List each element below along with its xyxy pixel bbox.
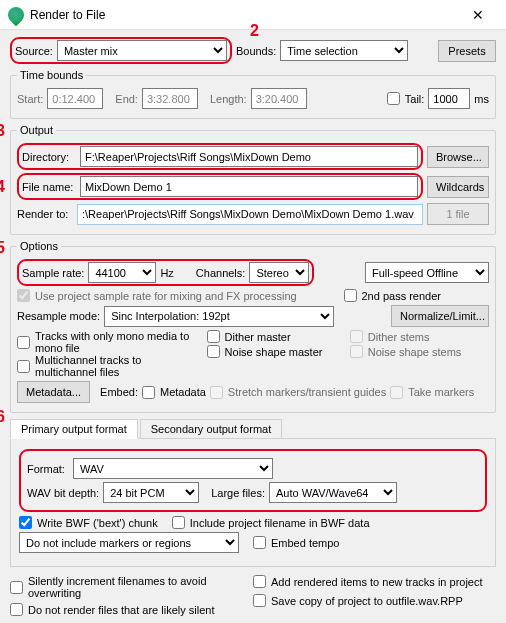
length-label: Length: (210, 93, 247, 105)
onefile-button: 1 file (427, 203, 489, 225)
tail-label: Tail: (405, 93, 425, 105)
bitdepth-select[interactable]: 24 bit PCM (103, 482, 199, 503)
writebwf-label: Write BWF ('bext') chunk (37, 517, 158, 529)
addtracks-checkbox[interactable] (253, 575, 266, 588)
format-select[interactable]: WAV (73, 458, 273, 479)
end-label: End: (115, 93, 138, 105)
nosilent-checkbox[interactable] (10, 603, 23, 616)
browse-button[interactable]: Browse... (427, 146, 489, 168)
monotracks-checkbox[interactable] (17, 336, 30, 349)
window-title: Render to File (30, 8, 458, 22)
options-legend: Options (17, 240, 61, 252)
secondpass-label: 2nd pass render (362, 290, 442, 302)
ditherstems-checkbox (350, 330, 363, 343)
embed-stretch-label: Stretch markers/transient guides (228, 386, 386, 398)
renderto-label: Render to: (17, 208, 73, 220)
output-legend: Output (17, 124, 56, 136)
writebwf-checkbox[interactable] (19, 516, 32, 529)
directory-input[interactable] (80, 146, 418, 167)
filename-label: File name: (22, 181, 76, 193)
largefiles-select[interactable]: Auto WAV/Wave64 (269, 482, 397, 503)
embed-metadata-checkbox[interactable] (142, 386, 155, 399)
embedtempo-checkbox[interactable] (253, 536, 266, 549)
annotation-3: 3 (0, 122, 5, 140)
app-icon (5, 3, 28, 26)
tail-unit: ms (474, 93, 489, 105)
normalize-button[interactable]: Normalize/Limit... (391, 305, 489, 327)
channels-label: Channels: (196, 267, 246, 279)
embed-take-checkbox (390, 386, 403, 399)
samplerate-select[interactable]: 44100 (88, 262, 156, 283)
annotation-5: 5 (0, 239, 5, 257)
noisemaster-label: Noise shape master (225, 346, 323, 358)
wildcards-button[interactable]: Wildcards (427, 176, 489, 198)
noisestems-checkbox (350, 345, 363, 358)
largefiles-label: Large files: (211, 487, 265, 499)
start-label: Start: (17, 93, 43, 105)
addtracks-label: Add rendered items to new tracks in proj… (271, 576, 483, 588)
length-input (251, 88, 307, 109)
renderto-field: :\Reaper\Projects\Riff Songs\MixDown Dem… (77, 204, 423, 225)
hz-label: Hz (160, 267, 173, 279)
tail-input[interactable] (428, 88, 470, 109)
embed-label: Embed: (100, 386, 138, 398)
nosilent-label: Do not render files that are likely sile… (28, 604, 214, 616)
close-icon[interactable]: ✕ (458, 0, 498, 30)
multichan-checkbox[interactable] (17, 360, 30, 373)
bounds-select[interactable]: Time selection (280, 40, 408, 61)
presets-button[interactable]: Presets (438, 40, 496, 62)
multichan-label: Multichannel tracks to multichannel file… (35, 354, 203, 378)
use-proj-sr-label: Use project sample rate for mixing and F… (35, 290, 297, 302)
savecopy-checkbox[interactable] (253, 594, 266, 607)
tab-secondary[interactable]: Secondary output format (140, 419, 282, 438)
embedtempo-label: Embed tempo (271, 537, 339, 549)
secondpass-checkbox[interactable] (344, 289, 357, 302)
tab-primary[interactable]: Primary output format (10, 419, 138, 439)
source-label: Source: (15, 45, 53, 57)
embed-stretch-checkbox (210, 386, 223, 399)
speed-select[interactable]: Full-speed Offline (365, 262, 489, 283)
format-label: Format: (27, 463, 69, 475)
timebounds-legend: Time bounds (17, 69, 86, 81)
dithermaster-checkbox[interactable] (207, 330, 220, 343)
annotation-6: 6 (0, 408, 5, 426)
ditherstems-label: Dither stems (368, 331, 430, 343)
directory-label: Directory: (22, 151, 76, 163)
end-input (142, 88, 198, 109)
markers-select[interactable]: Do not include markers or regions (19, 532, 239, 553)
resample-select[interactable]: Sinc Interpolation: 192pt (104, 306, 334, 327)
tail-checkbox[interactable] (387, 92, 400, 105)
silentincr-checkbox[interactable] (10, 581, 23, 594)
bitdepth-label: WAV bit depth: (27, 487, 99, 499)
use-proj-sr-checkbox (17, 289, 30, 302)
embed-take-label: Take markers (408, 386, 474, 398)
source-select[interactable]: Master mix (57, 40, 227, 61)
noisemaster-checkbox[interactable] (207, 345, 220, 358)
silentincr-label: Silently increment filenames to avoid ov… (28, 575, 253, 599)
bounds-label: Bounds: (236, 45, 276, 57)
resample-label: Resample mode: (17, 310, 100, 322)
inclproj-checkbox[interactable] (172, 516, 185, 529)
metadata-button[interactable]: Metadata... (17, 381, 90, 403)
samplerate-label: Sample rate: (22, 267, 84, 279)
filename-input[interactable] (80, 176, 418, 197)
dithermaster-label: Dither master (225, 331, 291, 343)
annotation-2: 2 (250, 22, 259, 40)
inclproj-label: Include project filename in BWF data (190, 517, 370, 529)
channels-select[interactable]: Stereo (249, 262, 309, 283)
embed-metadata-label: Metadata (160, 386, 206, 398)
noisestems-label: Noise shape stems (368, 346, 462, 358)
annotation-4: 4 (0, 178, 5, 196)
start-input (47, 88, 103, 109)
savecopy-label: Save copy of project to outfile.wav.RPP (271, 595, 463, 607)
monotracks-label: Tracks with only mono media to mono file (35, 330, 203, 354)
